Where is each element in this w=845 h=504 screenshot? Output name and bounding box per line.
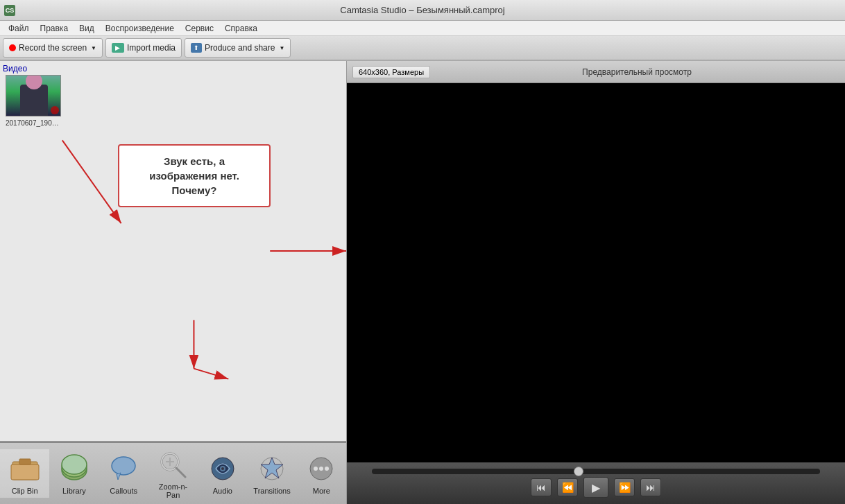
zoom-pan-tool[interactable]: Zoom-n-Pan (148, 445, 198, 502)
preview-toolbar: 640x360, Размеры Предварительный просмот… (347, 61, 845, 83)
scrubber-bar[interactable] (372, 469, 820, 474)
produce-dropdown-icon: ▼ (279, 45, 284, 51)
svg-point-21 (221, 467, 224, 470)
svg-point-11 (112, 457, 135, 475)
produce-icon: ⬆ (191, 43, 202, 53)
import-button[interactable]: ▶ Import media (105, 38, 182, 58)
media-section-title[interactable]: Видео (3, 64, 343, 73)
more-tool[interactable]: More (297, 449, 346, 498)
media-bin: Видео 20170607_190149... Звук есть, а из… (0, 61, 346, 442)
title-bar: CS Camtasia Studio – Безымянный.camproj (0, 0, 845, 21)
preview-canvas (347, 83, 845, 462)
svg-rect-7 (19, 459, 31, 464)
audio-icon (206, 452, 239, 485)
bottom-tools: Clip Bin Library (0, 442, 346, 504)
preview-controls: ⏮ ⏪ ▶ ⏩ ⏭ (347, 462, 845, 504)
svg-marker-12 (117, 473, 121, 480)
svg-point-24 (314, 467, 318, 471)
arrows-overlay (0, 61, 346, 441)
svg-line-1 (62, 140, 121, 223)
library-label: Library (62, 487, 86, 495)
library-icon (58, 452, 91, 485)
clip-bin-label: Clip Bin (12, 487, 38, 495)
svg-point-25 (319, 467, 323, 471)
play-button[interactable]: ▶ (583, 477, 608, 498)
transitions-tool[interactable]: Transitions (247, 449, 296, 498)
left-panel: Видео 20170607_190149... Звук есть, а из… (0, 61, 347, 504)
size-dropdown[interactable]: 640x360, Размеры (352, 66, 430, 78)
main-toolbar: Record the screen ▼ ▶ Import media ⬆ Pro… (0, 36, 845, 61)
more-label: More (313, 487, 330, 495)
playback-controls: ⏮ ⏪ ▶ ⏩ ⏭ (531, 477, 661, 498)
menu-help[interactable]: Справка (219, 22, 263, 35)
callouts-tool[interactable]: Callouts (99, 449, 148, 498)
clip-bin-tool[interactable]: Clip Bin (0, 449, 49, 498)
scrubber-thumb[interactable] (574, 467, 583, 476)
library-tool[interactable]: Library (49, 449, 99, 498)
menu-view[interactable]: Вид (74, 22, 100, 35)
annotation-text: Звук есть, а изображения нет. Почему? (149, 155, 239, 196)
main-content: Видео 20170607_190149... Звук есть, а из… (0, 61, 845, 504)
transitions-label: Transitions (253, 487, 290, 495)
record-dot-icon (9, 44, 16, 51)
clip-bin-icon (8, 452, 42, 485)
right-panel: 640x360, Размеры Предварительный просмот… (347, 61, 845, 504)
menu-edit[interactable]: Правка (35, 22, 74, 35)
zoom-pan-label: Zoom-n-Pan (159, 483, 188, 499)
svg-line-4 (194, 369, 228, 379)
preview-title: Предварительный просмотр (434, 67, 839, 77)
window-title: Camtasia Studio – Безымянный.camproj (340, 5, 504, 15)
audio-label: Audio (213, 487, 232, 495)
record-label: Record the screen (19, 43, 87, 53)
svg-point-10 (62, 455, 87, 474)
fast-forward-button[interactable]: ⏩ (614, 478, 635, 496)
audio-tool[interactable]: Audio (198, 449, 247, 498)
zoom-pan-icon (156, 448, 189, 481)
record-button[interactable]: Record the screen ▼ (3, 38, 103, 58)
callouts-label: Callouts (110, 487, 137, 495)
svg-rect-6 (11, 464, 39, 480)
skip-start-button[interactable]: ⏮ (531, 478, 552, 496)
media-clip-label: 20170607_190149... (6, 119, 61, 127)
callouts-icon (107, 452, 140, 485)
annotation-box: Звук есть, а изображения нет. Почему? (118, 144, 271, 207)
menu-playback[interactable]: Воспроизведение (100, 22, 180, 35)
svg-point-26 (325, 467, 329, 471)
record-dropdown-icon: ▼ (91, 45, 96, 51)
menu-file[interactable]: Файл (3, 22, 35, 35)
produce-label: Produce and share (205, 43, 275, 53)
media-thumbnail[interactable] (6, 75, 61, 116)
import-label: Import media (127, 43, 176, 53)
menu-service[interactable]: Сервис (180, 22, 219, 35)
rewind-button[interactable]: ⏪ (557, 478, 578, 496)
more-icon (305, 452, 338, 485)
produce-button[interactable]: ⬆ Produce and share ▼ (185, 38, 291, 58)
import-icon: ▶ (112, 43, 124, 53)
menu-bar: Файл Правка Вид Воспроизведение Сервис С… (0, 21, 845, 36)
app-icon: CS (4, 5, 15, 16)
skip-end-button[interactable]: ⏭ (640, 478, 661, 496)
transitions-icon (255, 452, 289, 485)
svg-line-15 (176, 468, 185, 477)
